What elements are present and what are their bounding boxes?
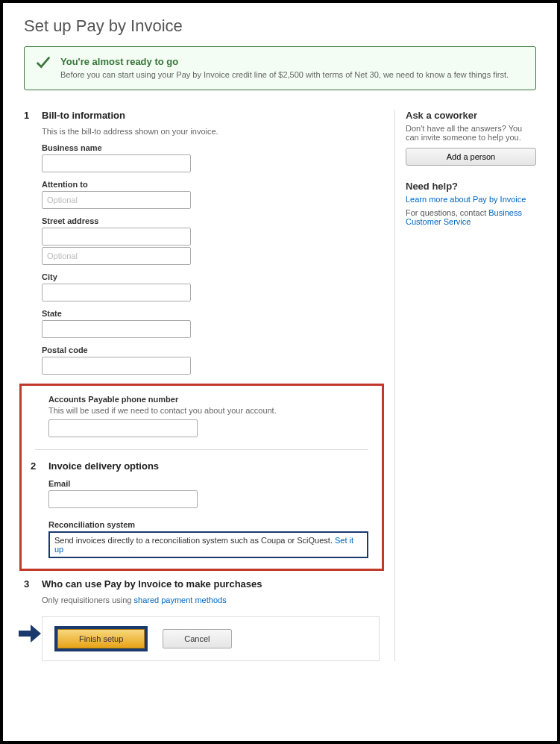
arrow-right-icon [19,625,41,643]
section-1-desc: This is the bill-to address shown on you… [42,127,380,136]
finish-highlight: Finish setup [54,626,148,651]
add-person-button[interactable]: Add a person [406,148,536,166]
highlight-annotation: Accounts Payable phone number This will … [19,384,384,571]
city-input[interactable] [42,284,191,301]
section-2-title: Invoice delivery options [48,460,159,472]
page-title: Set up Pay by Invoice [24,16,536,36]
ask-coworker-title: Ask a coworker [406,110,536,121]
email-input[interactable] [48,490,198,508]
section-1-title: Bill-to information [42,110,125,121]
recon-system-box: Send invoices directly to a reconciliati… [48,531,368,558]
success-alert: You're almost ready to go Before you can… [24,46,536,90]
city-label: City [42,272,380,281]
section-3-title: Who can use Pay by Invoice to make purch… [42,578,262,590]
cancel-button[interactable]: Cancel [163,629,231,648]
ap-phone-input[interactable] [48,419,198,437]
section-1-number: 1 [24,110,34,121]
footer-bar: Finish setup Cancel [42,616,380,661]
help-questions-prefix: For questions, contact [406,208,488,217]
learn-more-link[interactable]: Learn more about Pay by Invoice [406,195,526,204]
postal-code-label: Postal code [42,346,380,354]
finish-setup-button[interactable]: Finish setup [57,629,145,648]
state-label: State [42,309,380,318]
ap-phone-desc: This will be used if we need to contact … [48,406,368,415]
business-name-label: Business name [42,143,380,152]
section-2-number: 2 [31,460,41,472]
business-name-input[interactable] [42,154,191,172]
attention-to-label: Attention to [42,180,380,189]
alert-title: You're almost ready to go [60,56,523,67]
help-questions: For questions, contact Business Customer… [406,208,536,226]
attention-to-input[interactable] [42,191,191,209]
shared-payment-methods-link[interactable]: shared payment methods [134,595,227,604]
state-input[interactable] [42,320,191,338]
section-3-desc: Only requisitioners using shared payment… [42,595,380,604]
ap-phone-label: Accounts Payable phone number [48,395,368,404]
street-address-1-input[interactable] [42,228,191,246]
street-address-2-input[interactable] [42,247,191,265]
street-address-label: Street address [42,216,380,225]
email-label: Email [48,479,368,488]
need-help-title: Need help? [406,181,536,192]
divider [35,449,368,450]
recon-text: Send invoices directly to a reconciliati… [54,536,335,545]
section-3-number: 3 [24,578,34,590]
postal-code-input[interactable] [42,357,191,375]
ask-coworker-desc: Don't have all the answers? You can invi… [406,124,536,142]
recon-label: Reconciliation system [48,520,368,529]
section-3-desc-prefix: Only requisitioners using [42,595,134,604]
check-icon [35,54,51,71]
alert-body: Before you can start using your Pay by I… [60,69,523,81]
